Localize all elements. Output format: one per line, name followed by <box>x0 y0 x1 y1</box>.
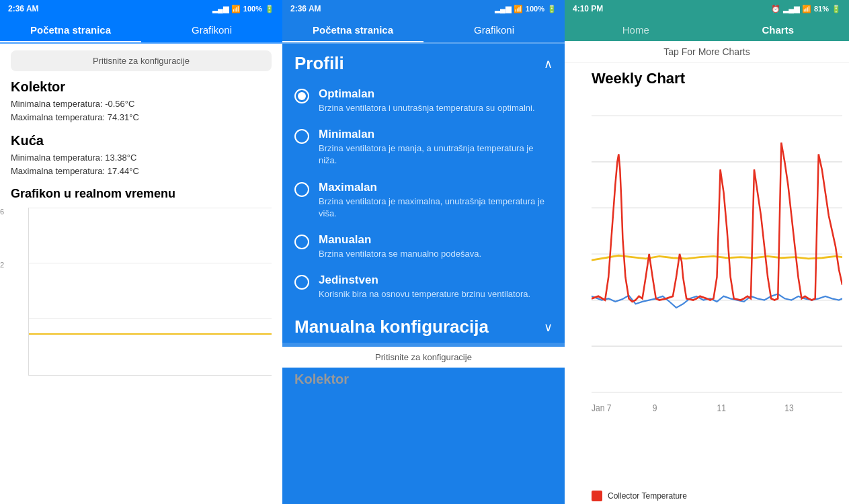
tap-banner[interactable]: Tap For More Charts <box>565 41 849 63</box>
yellow-chart-line <box>29 333 272 335</box>
y-label-8: 8 <box>0 314 4 323</box>
svg-text:9: 9 <box>653 403 657 414</box>
nav-tab-home-2[interactable]: Početna stranica <box>282 17 423 42</box>
battery-visual-2: 🔋 <box>547 5 557 13</box>
legend-label-collector: Collector Temperature <box>608 491 687 501</box>
profile-minimalan[interactable]: Minimalan Brzina ventilatora je manja, a… <box>282 121 565 173</box>
profile-text-maximalan: Maximalan Brzina ventilatora je maximaln… <box>319 181 553 220</box>
legend-area: Collector Temperature <box>565 488 849 504</box>
y-label-16: 16 <box>0 208 4 216</box>
weekly-chart-svg: 80 60 40 20 0 -20 Jan 7 9 11 13 <box>592 93 842 469</box>
svg-text:13: 13 <box>784 403 793 414</box>
kolektor-data: Minimalna temperatura: -0.56°C Maximalna… <box>11 97 272 124</box>
profile-text-minimalan: Minimalan Brzina ventilatora je manja, a… <box>319 128 553 167</box>
footer-section-title: Kolektor <box>282 372 565 387</box>
y-label-12: 12 <box>0 261 4 269</box>
status-icons-2: ▂▄▆ 📶 100% 🔋 <box>495 5 557 13</box>
realtime-chart-title: Grafikon u realnom vremenu <box>11 187 272 201</box>
battery-visual-1: 🔋 <box>265 5 274 13</box>
radio-maximalan[interactable] <box>294 182 309 197</box>
alarm-icon-3: ⏰ <box>771 5 780 13</box>
grid-line-top <box>29 208 272 208</box>
kolektor-max: Maximalna temperatura: 74.31°C <box>11 111 272 124</box>
footer-banner: Pritisnite za konfiguracije <box>294 352 553 362</box>
battery-icon-3: 81% <box>814 5 829 13</box>
signal-icon-1: ▂▄▆ <box>212 5 229 13</box>
nav-tab-charts-3[interactable]: Charts <box>707 17 850 41</box>
svg-text:11: 11 <box>717 403 726 414</box>
signal-icon-3: ▂▄▆ <box>783 5 799 13</box>
panel-home-1: 2:36 AM ▂▄▆ 📶 100% 🔋 Početna stranica Gr… <box>0 0 282 504</box>
manual-title: Manualna konfiguracija <box>294 317 489 337</box>
profile-text-manualan: Manualan Brzina ventilatora se manualno … <box>319 233 481 260</box>
manual-expand-icon[interactable]: ∨ <box>544 320 553 335</box>
radio-inner-optimalan <box>298 92 306 100</box>
nav-tab-home-3[interactable]: Home <box>565 17 707 41</box>
profile-name-jedinstven: Jedinstven <box>319 274 530 287</box>
realtime-chart <box>28 208 272 376</box>
chart-title: Weekly Chart <box>592 70 842 87</box>
grid-line-mid1 <box>29 263 272 263</box>
profile-desc-jedinstven: Korisnik bira na osnovu temperature brzi… <box>319 288 530 300</box>
chart-area: 80 60 40 20 0 -20 Jan 7 9 11 13 <box>592 93 842 469</box>
kuca-title: Kuća <box>11 133 272 149</box>
status-time-2: 2:36 AM <box>290 4 321 13</box>
panel-charts: 4:10 PM ⏰ ▂▄▆ 📶 81% 🔋 Home Charts Tap Fo… <box>565 0 849 504</box>
y-labels-1: 16 12 8 4 <box>0 208 4 376</box>
svg-text:Jan 7: Jan 7 <box>592 403 612 414</box>
chart-container: Weekly Chart 80 60 40 20 0 -20 Jan 7 <box>565 63 849 488</box>
profile-optimalan[interactable]: Optimalan Brzina ventilatora i unutrašnj… <box>282 81 565 121</box>
panel-profiles: 2:36 AM ▂▄▆ 📶 100% 🔋 Početna stranica Gr… <box>282 0 565 504</box>
status-time-3: 4:10 PM <box>573 4 603 13</box>
status-bar-3: 4:10 PM ⏰ ▂▄▆ 📶 81% 🔋 <box>565 0 849 17</box>
status-time-1: 2:36 AM <box>8 4 39 13</box>
battery-icon-1: 100% <box>243 5 262 13</box>
profiles-title: Profili <box>294 53 344 74</box>
wifi-icon-3: 📶 <box>802 5 811 13</box>
profile-text-optimalan: Optimalan Brzina ventilatora i unutrašnj… <box>319 87 535 114</box>
nav-bar-1: Početna stranica Grafikoni <box>0 17 282 44</box>
kolektor-section: Kolektor Minimalna temperatura: -0.56°C … <box>11 79 272 124</box>
wifi-icon-2: 📶 <box>514 5 523 13</box>
panel2-main-content: Profili ∧ Optimalan Brzina ventilatora i… <box>282 44 565 504</box>
legend-box-collector <box>592 491 602 501</box>
nav-bar-3: Home Charts <box>565 17 849 41</box>
profile-desc-maximalan: Brzina ventilatora je maximalna, unutraš… <box>319 196 553 220</box>
kuca-min: Minimalna temperatura: 13.38°C <box>11 151 272 165</box>
profile-manualan[interactable]: Manualan Brzina ventilatora se manualno … <box>282 226 565 267</box>
realtime-chart-wrapper: 16 12 8 4 <box>11 208 272 376</box>
radio-optimalan[interactable] <box>294 89 309 103</box>
profile-name-optimalan: Optimalan <box>319 87 535 101</box>
status-icons-1: ▂▄▆ 📶 100% 🔋 <box>212 5 274 13</box>
signal-icon-2: ▂▄▆ <box>495 5 511 13</box>
y-label-4: 4 <box>0 368 4 376</box>
profile-name-minimalan: Minimalan <box>319 128 553 141</box>
status-bar-1: 2:36 AM ▂▄▆ 📶 100% 🔋 <box>0 0 282 17</box>
profile-name-maximalan: Maximalan <box>319 181 553 194</box>
kuca-data: Minimalna temperatura: 13.38°C Maximalna… <box>11 151 272 177</box>
profiles-header: Profili ∧ <box>282 44 565 81</box>
status-icons-3: ⏰ ▂▄▆ 📶 81% 🔋 <box>771 5 841 13</box>
manual-header: Manualna konfiguracija ∨ <box>282 307 565 343</box>
status-bar-2: 2:36 AM ▂▄▆ 📶 100% 🔋 <box>282 0 565 17</box>
profile-maximalan[interactable]: Maximalan Brzina ventilatora je maximaln… <box>282 174 565 226</box>
config-banner-1[interactable]: Pritisnite za konfiguracije <box>11 50 272 71</box>
kolektor-title: Kolektor <box>11 79 272 95</box>
radio-minimalan[interactable] <box>294 129 309 144</box>
profile-name-manualan: Manualan <box>319 233 481 247</box>
nav-tab-home-1[interactable]: Početna stranica <box>0 17 141 42</box>
radio-manualan[interactable] <box>294 235 309 249</box>
profile-text-jedinstven: Jedinstven Korisnik bira na osnovu tempe… <box>319 274 530 300</box>
kolektor-min: Minimalna temperatura: -0.56°C <box>11 97 272 111</box>
battery-visual-3: 🔋 <box>832 5 841 13</box>
radio-jedinstven[interactable] <box>294 275 309 290</box>
grid-line-mid2 <box>29 318 272 319</box>
kuca-section: Kuća Minimalna temperatura: 13.38°C Maxi… <box>11 133 272 177</box>
nav-tab-charts-1[interactable]: Grafikoni <box>141 17 282 42</box>
collapse-icon[interactable]: ∧ <box>544 56 553 71</box>
nav-tab-charts-2[interactable]: Grafikoni <box>423 17 565 42</box>
kuca-max: Maximalna temperatura: 17.44°C <box>11 165 272 178</box>
panel1-main-content: Pritisnite za konfiguracije Kolektor Min… <box>0 44 282 504</box>
profile-jedinstven[interactable]: Jedinstven Korisnik bira na osnovu tempe… <box>282 267 565 307</box>
profile-desc-optimalan: Brzina ventilatora i unutrašnja temperat… <box>319 102 535 114</box>
